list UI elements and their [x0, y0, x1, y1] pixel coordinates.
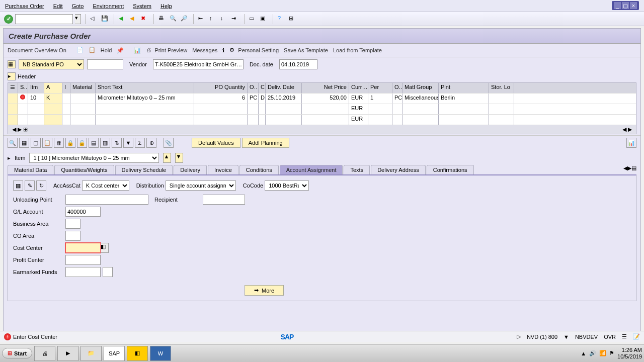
hold-button[interactable]: Hold [101, 47, 112, 53]
next-page-icon[interactable]: ↓ [220, 15, 229, 24]
docdate-input[interactable] [279, 59, 317, 69]
filter-icon[interactable]: ▼ [123, 138, 133, 148]
column-config-icon[interactable]: ⊞ [23, 126, 28, 132]
tab-delivery[interactable]: Delivery [174, 165, 207, 174]
cost-center-input[interactable] [65, 243, 101, 253]
back-icon[interactable]: ◁ [90, 15, 99, 24]
restore-icon[interactable]: ▢ [622, 2, 629, 9]
edit-icon[interactable]: ✎ [25, 180, 35, 191]
po-number-input[interactable] [87, 59, 123, 69]
info-icon[interactable]: ℹ [222, 47, 224, 54]
find-icon[interactable]: 🔍 [169, 15, 178, 24]
taskbar-printer-icon[interactable]: 🖨 [34, 346, 55, 361]
vendor-input[interactable] [153, 59, 244, 69]
business-area-input[interactable] [65, 219, 80, 229]
gl-account-input[interactable] [65, 207, 101, 217]
close-icon[interactable]: × [630, 2, 637, 9]
exit-icon[interactable]: ◀ [129, 15, 138, 24]
subtotal-icon[interactable]: ⊕ [146, 138, 156, 148]
scroll-left2-icon[interactable]: ◀ [622, 126, 626, 132]
expand-icon[interactable]: ▤ [89, 138, 99, 148]
play-icon[interactable]: ▷ [517, 333, 521, 340]
more-button[interactable]: ➡ More [245, 285, 284, 296]
taskbar-powershell-icon[interactable]: ▶ [57, 346, 78, 361]
table-row[interactable]: EUR [8, 114, 636, 125]
menu-edit[interactable]: Edit [53, 3, 63, 9]
tab-invoice[interactable]: Invoice [208, 165, 238, 174]
personal-setting-button[interactable]: Personal Setting [238, 47, 279, 53]
prev-page-icon[interactable]: ↑ [209, 15, 218, 24]
copy-icon[interactable]: 📋 [42, 138, 52, 148]
expand-header-icon[interactable]: ▸ [8, 72, 16, 80]
co-area-input[interactable] [65, 231, 80, 241]
first-page-icon[interactable]: ⇤ [198, 15, 207, 24]
table-row[interactable]: 10 K Micrometer Mitutoyo 0 – 25 mm 6 PC … [8, 93, 636, 104]
table-row[interactable]: EUR [8, 104, 636, 114]
table-view-icon[interactable]: ▦ [13, 180, 23, 191]
taskbar-explorer-icon[interactable]: 📁 [80, 346, 102, 361]
tab-account-assignment[interactable]: Account Assignment [280, 165, 343, 174]
layout-menu-icon[interactable]: ☰ [622, 333, 627, 340]
shortcut-icon[interactable]: ▣ [260, 15, 269, 24]
tab-scroll-right-icon[interactable]: ▶ [627, 165, 631, 174]
park-icon[interactable]: 📌 [117, 47, 124, 54]
prev-item-icon[interactable]: ▲ [163, 153, 171, 163]
attachment-icon[interactable]: 📎 [164, 138, 174, 148]
lock-icon[interactable]: 🔒 [65, 138, 75, 148]
print-icon[interactable]: 🖶 [158, 15, 167, 24]
taskbar-word-icon[interactable]: W [150, 346, 171, 361]
collapse-icon[interactable]: ▦ [8, 60, 16, 68]
tab-confirmations[interactable]: Confirmations [427, 165, 474, 174]
scroll-left-icon[interactable]: ◀ [12, 126, 16, 132]
tray-up-icon[interactable]: ▲ [581, 350, 586, 356]
tab-scroll-left-icon[interactable]: ◀ [623, 165, 627, 174]
col-config[interactable]: ☰ [8, 83, 18, 93]
services-icon[interactable]: 📊 [626, 138, 636, 148]
collapse-item-icon[interactable]: ▸ [8, 155, 11, 161]
repeat-icon[interactable]: ↻ [36, 180, 46, 191]
unloading-point-input[interactable] [65, 195, 148, 205]
script-icon[interactable]: 📝 [633, 333, 640, 340]
system-clock[interactable]: 1:26 AM 10/5/2019 [617, 347, 642, 359]
tray-volume-icon[interactable]: 🔊 [589, 350, 596, 356]
tab-texts[interactable]: Texts [344, 165, 370, 174]
print-preview-button[interactable]: Print Preview [154, 47, 187, 53]
back2-icon[interactable]: ◀ [118, 15, 127, 24]
tab-conditions[interactable]: Conditions [239, 165, 279, 174]
scroll-right2-icon[interactable]: ▶ [628, 126, 632, 132]
command-dropdown-icon[interactable]: ▾ [75, 14, 81, 24]
layout-icon[interactable]: ⊞ [288, 15, 297, 24]
cocode-select[interactable]: 1000 BestRu… [265, 180, 309, 191]
tab-delivery-address[interactable]: Delivery Address [371, 165, 426, 174]
collapse-all-icon[interactable]: ▥ [100, 138, 110, 148]
enter-icon[interactable]: ✓ [4, 15, 13, 24]
taskbar-sap-icon[interactable]: SAP [104, 346, 125, 361]
item-selector[interactable]: 1 [ 10 ] Micrometer Mitutoyo 0 – 25 mm [29, 153, 159, 163]
default-values-button[interactable]: Default Values [192, 138, 240, 148]
select-all-icon[interactable]: ▦ [19, 138, 29, 148]
command-field[interactable] [15, 14, 73, 24]
session-info[interactable]: NVD (1) 800 [527, 334, 557, 340]
new-session-icon[interactable]: ▭ [249, 15, 258, 24]
help-icon[interactable]: ? [277, 15, 286, 24]
start-button[interactable]: ⊞ Start [2, 348, 32, 358]
earmarked-funds-input[interactable] [65, 267, 101, 277]
other-po-icon[interactable]: 📋 [89, 47, 96, 54]
find-next-icon[interactable]: 🔎 [180, 15, 189, 24]
load-template-button[interactable]: Load from Template [333, 47, 382, 53]
menu-help[interactable]: Help [160, 3, 172, 9]
doc-overview-button[interactable]: Document Overview On [8, 47, 66, 53]
deselect-icon[interactable]: ▢ [31, 138, 41, 148]
minimize-icon[interactable]: _ [614, 2, 621, 9]
last-page-icon[interactable]: ⇥ [231, 15, 240, 24]
scroll-right-icon[interactable]: ▶ [18, 126, 22, 132]
earmarked-item-input[interactable] [103, 267, 113, 277]
accasscat-select[interactable]: K Cost center [82, 180, 129, 191]
menu-system[interactable]: System [133, 3, 151, 9]
tab-quantities[interactable]: Quantities/Weights [54, 165, 114, 174]
next-item-icon[interactable]: ▼ [175, 153, 183, 163]
check-icon[interactable]: 📊 [134, 47, 141, 54]
tab-material-data[interactable]: Material Data [8, 165, 53, 174]
tab-delivery-schedule[interactable]: Delivery Schedule [115, 165, 173, 174]
tray-flag-icon[interactable]: ⚑ [609, 350, 614, 356]
